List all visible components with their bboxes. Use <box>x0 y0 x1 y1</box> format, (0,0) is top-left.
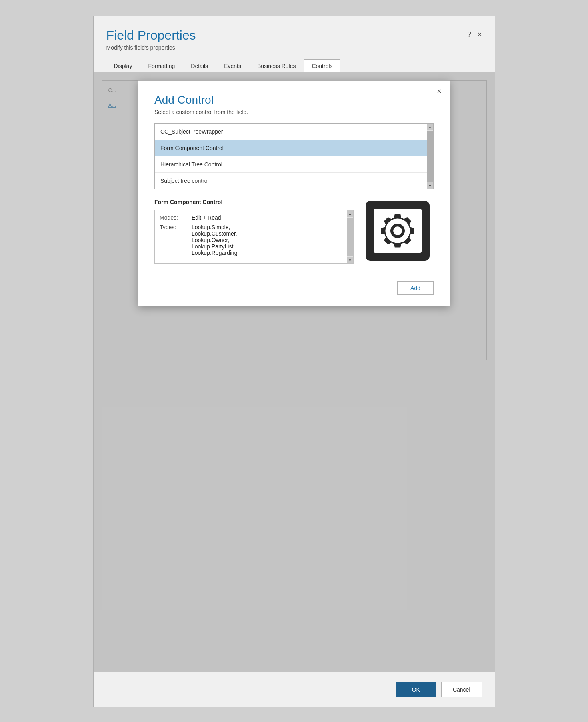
detail-scrollbar-down[interactable]: ▼ <box>347 257 353 263</box>
tab-business-rules[interactable]: Business Rules <box>250 59 304 72</box>
control-list-container: CC_SubjectTreeWrapper Form Component Con… <box>154 123 434 189</box>
field-properties-window: Field Properties Modify this field's pro… <box>93 16 495 707</box>
list-item-cc-subject[interactable]: CC_SubjectTreeWrapper <box>155 124 433 140</box>
detail-control-name: Form Component Control <box>154 199 354 205</box>
scrollbar-thumb[interactable] <box>427 131 433 182</box>
modal-footer: Add <box>138 275 450 306</box>
list-item-hierarchical[interactable]: Hierarchical Tree Control <box>155 156 433 173</box>
add-control-modal: × Add Control Select a custom control fr… <box>138 80 450 306</box>
list-item-form-component[interactable]: Form Component Control <box>155 140 433 156</box>
window-controls: ? × <box>467 31 482 38</box>
detail-modes-row: Modes: Edit + Read <box>160 214 342 221</box>
modal-description: Select a custom control from the field. <box>154 109 434 115</box>
modes-label: Modes: <box>160 214 192 221</box>
detail-section: Form Component Control Modes: Edit + Rea… <box>154 199 434 264</box>
control-icon-area <box>362 199 434 263</box>
bottom-bar: OK Cancel <box>94 672 495 707</box>
list-scrollbar: ▲ ▼ <box>427 124 433 189</box>
modal-title: Add Control <box>154 94 434 106</box>
detail-scrollbar-thumb[interactable] <box>347 218 353 256</box>
content-area: C... A... × Add Control Select a custom … <box>94 72 495 672</box>
tabs-bar: Display Formatting Details Events Busine… <box>94 59 495 72</box>
device-icon <box>366 201 430 261</box>
device-inner <box>374 209 422 253</box>
add-button[interactable]: Add <box>397 281 434 295</box>
tab-details[interactable]: Details <box>183 59 216 72</box>
window-title: Field Properties <box>106 28 196 43</box>
modal-body: Add Control Select a custom control from… <box>138 81 450 275</box>
scrollbar-up-arrow[interactable]: ▲ <box>427 124 433 130</box>
title-area: Field Properties Modify this field's pro… <box>106 28 196 51</box>
window-close-button[interactable]: × <box>478 31 482 38</box>
detail-scrollbar-up[interactable]: ▲ <box>347 210 353 217</box>
tab-display[interactable]: Display <box>106 59 140 72</box>
modal-overlay: × Add Control Select a custom control fr… <box>94 72 495 672</box>
tab-events[interactable]: Events <box>216 59 249 72</box>
control-list: CC_SubjectTreeWrapper Form Component Con… <box>155 124 433 189</box>
detail-scroll-inner: Modes: Edit + Read Types: Lookup.Simple,… <box>155 210 347 263</box>
types-value: Lookup.Simple, Lookup.Customer, Lookup.O… <box>192 224 237 256</box>
cancel-button[interactable]: Cancel <box>441 682 482 697</box>
tab-controls[interactable]: Controls <box>304 59 340 72</box>
list-item-subject-tree[interactable]: Subject tree control <box>155 173 433 189</box>
detail-scroll-container: Modes: Edit + Read Types: Lookup.Simple,… <box>154 210 354 264</box>
detail-left: Form Component Control Modes: Edit + Rea… <box>154 199 354 264</box>
detail-scrollbar: ▲ ▼ <box>347 210 353 263</box>
ok-button[interactable]: OK <box>396 682 436 697</box>
gear-icon <box>380 213 416 249</box>
tab-formatting[interactable]: Formatting <box>140 59 182 72</box>
modal-close-button[interactable]: × <box>437 87 442 95</box>
scrollbar-down-arrow[interactable]: ▼ <box>427 182 433 189</box>
detail-types-row: Types: Lookup.Simple, Lookup.Customer, L… <box>160 224 342 256</box>
window-header: Field Properties Modify this field's pro… <box>94 16 495 56</box>
modes-value: Edit + Read <box>192 214 221 221</box>
types-label: Types: <box>160 224 192 230</box>
window-subtitle: Modify this field's properties. <box>106 44 196 51</box>
help-button[interactable]: ? <box>467 31 471 38</box>
